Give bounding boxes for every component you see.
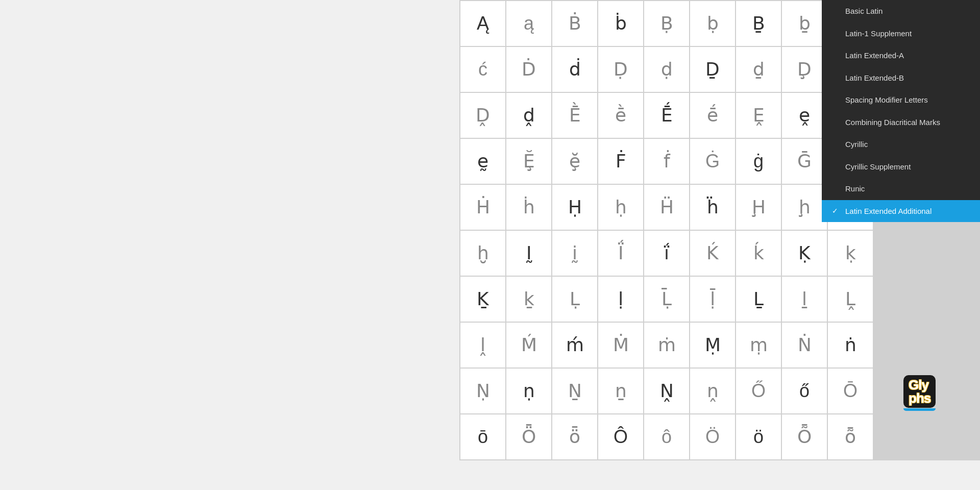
glyph-cell[interactable]: ō xyxy=(460,414,505,459)
glyph-cell[interactable]: ṃ xyxy=(736,323,781,368)
glyph-cell[interactable]: ḵ xyxy=(506,277,551,322)
glyph-cell[interactable]: ą xyxy=(506,1,551,46)
glyph-cell[interactable]: ṉ xyxy=(598,369,643,413)
glyph-cell[interactable]: Ḝ xyxy=(506,139,551,184)
glyph-cell[interactable]: ḷ xyxy=(598,277,643,322)
glyph-cell[interactable]: Ḭ xyxy=(506,231,551,276)
dropdown-item-cyrillic[interactable]: Cyrillic xyxy=(822,133,980,156)
glyph-cell[interactable]: Ḷ xyxy=(552,277,597,322)
glyph-cell[interactable]: ṅ xyxy=(828,323,873,368)
dropdown-item-spacing-modifier-letters[interactable]: Spacing Modifier Letters xyxy=(822,89,980,111)
glyph-cell[interactable]: ḭ xyxy=(552,231,597,276)
glyph-cell[interactable]: Ḡ xyxy=(782,139,827,184)
glyph-cell[interactable]: Ḧ xyxy=(644,185,689,230)
dropdown-item-combining-diacritical-marks[interactable]: Combining Diacritical Marks xyxy=(822,111,980,134)
dropdown-item-label: Latin Extended Additional xyxy=(845,206,970,216)
glyph-cell[interactable]: Ő xyxy=(736,369,781,413)
glyph-cell[interactable]: ḟ xyxy=(644,139,689,184)
glyph-cell[interactable]: ô xyxy=(644,414,689,459)
dropdown-item-latin-extended-a[interactable]: Latin Extended-A xyxy=(822,44,980,67)
glyph-cell[interactable]: Ṁ xyxy=(598,323,643,368)
glyph-cell[interactable]: Ḍ xyxy=(598,47,643,92)
glyph-cell[interactable]: ḏ xyxy=(736,47,781,92)
glyph-cell[interactable]: ḗ xyxy=(690,93,735,138)
glyph-cell[interactable]: ő xyxy=(782,369,827,413)
glyph-cell[interactable]: ḩ xyxy=(782,185,827,230)
glyph-cell[interactable]: Ḑ xyxy=(782,47,827,92)
glyph-cell[interactable]: ḅ xyxy=(690,1,735,46)
dropdown-item-label: Latin Extended-B xyxy=(845,73,970,83)
glyph-cell[interactable]: Ḏ xyxy=(690,47,735,92)
glyph-cell[interactable]: ḳ xyxy=(828,231,873,276)
glyph-cell[interactable]: Ḯ xyxy=(598,231,643,276)
glyph-cell[interactable]: Ȭ xyxy=(782,414,827,459)
glyph-cell[interactable]: Ṃ xyxy=(690,323,735,368)
dropdown-item-cyrillic-supplement[interactable]: Cyrillic Supplement xyxy=(822,156,980,178)
glyph-cell[interactable]: ḙ xyxy=(782,93,827,138)
glyph-cell[interactable]: Ȫ xyxy=(506,414,551,459)
glyph-cell[interactable]: Ḗ xyxy=(644,93,689,138)
glyph-cell[interactable]: ḧ xyxy=(690,185,735,230)
glyph-cell[interactable]: ḇ xyxy=(782,1,827,46)
glyph-cell[interactable]: Ḿ xyxy=(506,323,551,368)
glyph-cell[interactable]: Ḽ xyxy=(828,277,873,322)
glyph-cell[interactable]: ḫ xyxy=(460,231,505,276)
glyph-cell[interactable]: ḃ xyxy=(598,1,643,46)
glyph-cell[interactable]: ḕ xyxy=(598,93,643,138)
glyph-cell[interactable]: Ḳ xyxy=(782,231,827,276)
glyph-cell[interactable]: ṁ xyxy=(644,323,689,368)
glyph-cell[interactable]: ġ xyxy=(736,139,781,184)
glyph-cell[interactable]: Ṉ xyxy=(552,369,597,413)
glyph-cell[interactable]: Ḵ xyxy=(460,277,505,322)
glyph-cell[interactable]: ć xyxy=(460,47,505,92)
glyph-cell[interactable]: Ḋ xyxy=(506,47,551,92)
dropdown-item-label: Latin-1 Supplement xyxy=(845,29,970,39)
glyph-cell[interactable]: Ḃ xyxy=(552,1,597,46)
glyph-cell[interactable]: ḋ xyxy=(552,47,597,92)
glyph-cell[interactable]: ḿ xyxy=(552,323,597,368)
dropdown-overlay: Basic LatinLatin-1 SupplementLatin Exten… xyxy=(822,0,980,222)
glyph-cell[interactable]: ḯ xyxy=(644,231,689,276)
glyph-cell[interactable]: Ö xyxy=(690,414,735,459)
glyph-cell[interactable]: Ą xyxy=(460,1,505,46)
glyph-cell[interactable]: ḽ xyxy=(460,323,505,368)
glyph-cell[interactable]: ḱ xyxy=(736,231,781,276)
glyph-cell[interactable]: Ḩ xyxy=(736,185,781,230)
glyph-cell[interactable]: ḍ xyxy=(644,47,689,92)
glyph-cell[interactable]: ṇ xyxy=(506,369,551,413)
glyph-cell[interactable]: ȭ xyxy=(828,414,873,459)
glyph-cell[interactable]: Ō xyxy=(828,369,873,413)
dropdown-item-label: Cyrillic Supplement xyxy=(845,162,970,172)
glyph-cell[interactable]: ȫ xyxy=(552,414,597,459)
glyph-cell[interactable]: Ḙ xyxy=(736,93,781,138)
glyph-cell[interactable]: Ô xyxy=(598,414,643,459)
glyph-cell[interactable]: Ḣ xyxy=(460,185,505,230)
glyph-cell[interactable]: Ḓ xyxy=(460,93,505,138)
glyph-cell[interactable]: Ḅ xyxy=(644,1,689,46)
dropdown-item-runic[interactable]: Runic xyxy=(822,178,980,200)
glyph-cell[interactable]: ḻ xyxy=(782,277,827,322)
glyph-cell[interactable]: ḓ xyxy=(506,93,551,138)
glyph-cell[interactable]: ḹ xyxy=(690,277,735,322)
glyph-cell[interactable]: Ṇ xyxy=(460,369,505,413)
glyph-cell[interactable]: Ṋ xyxy=(644,369,689,413)
glyph-cell[interactable]: Ġ xyxy=(690,139,735,184)
dropdown-item-latin-extended-b[interactable]: Latin Extended-B xyxy=(822,67,980,89)
glyph-cell[interactable]: Ḥ xyxy=(552,185,597,230)
glyph-cell[interactable]: Ḱ xyxy=(690,231,735,276)
glyph-cell[interactable]: ö xyxy=(736,414,781,459)
glyph-cell[interactable]: Ḻ xyxy=(736,277,781,322)
glyph-cell[interactable]: ḛ xyxy=(460,139,505,184)
dropdown-item-basic-latin[interactable]: Basic Latin xyxy=(822,0,980,22)
glyph-cell[interactable]: ṋ xyxy=(690,369,735,413)
glyph-cell[interactable]: ḥ xyxy=(598,185,643,230)
glyph-cell[interactable]: Ḟ xyxy=(598,139,643,184)
glyph-cell[interactable]: Ṅ xyxy=(782,323,827,368)
glyph-cell[interactable]: Ḹ xyxy=(644,277,689,322)
dropdown-item-latin-1-supplement[interactable]: Latin-1 Supplement xyxy=(822,22,980,45)
glyph-cell[interactable]: ḣ xyxy=(506,185,551,230)
glyph-cell[interactable]: ḝ xyxy=(552,139,597,184)
glyph-cell[interactable]: Ḇ xyxy=(736,1,781,46)
dropdown-item-latin-extended-additional[interactable]: ✓Latin Extended Additional xyxy=(822,200,980,223)
glyph-cell[interactable]: Ḕ xyxy=(552,93,597,138)
